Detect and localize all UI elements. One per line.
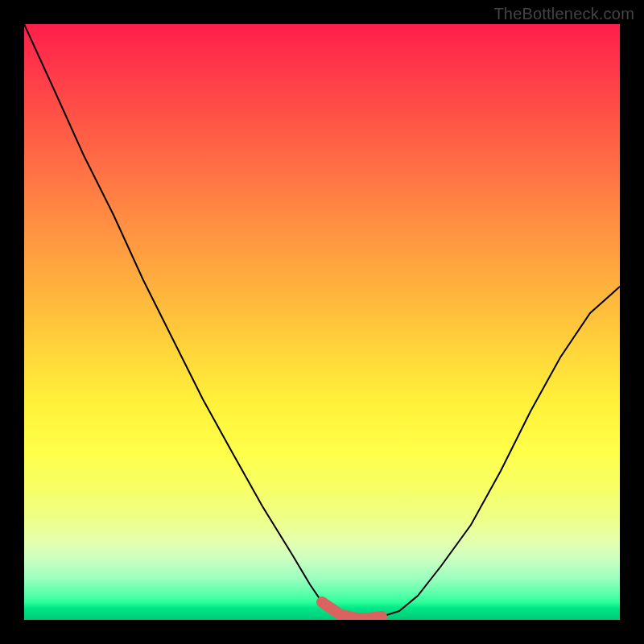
accent-segment [322, 602, 382, 618]
chart-frame: TheBottleneck.com [0, 0, 644, 644]
watermark-text: TheBottleneck.com [493, 5, 634, 23]
bottleneck-curve [24, 24, 620, 618]
curve-svg [24, 24, 620, 620]
plot-area [24, 24, 620, 620]
